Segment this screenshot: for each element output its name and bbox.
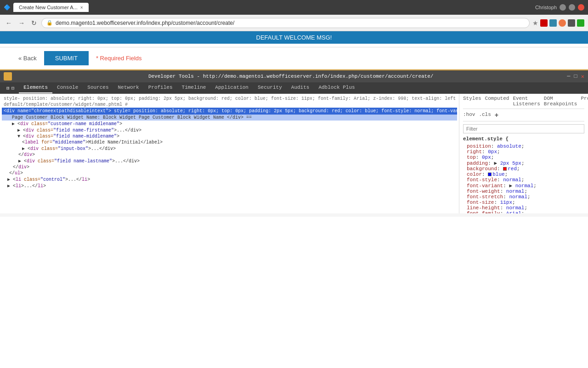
- tab-close-btn[interactable]: ×: [80, 5, 83, 10]
- devtools-minimize[interactable]: ─: [567, 73, 570, 80]
- style-position: position: absolute;: [467, 144, 584, 149]
- store-page: DEFAULT WELCOME MSG! Magento 👤 ACCOUNT 🛒…: [0, 31, 588, 217]
- styles-content: Styles Computed Event Listeners DOM Brea…: [459, 94, 588, 213]
- extension-icon-5: [577, 19, 584, 27]
- tab-title: Create New Customer A...: [19, 5, 78, 10]
- devtools-maximize[interactable]: □: [574, 73, 577, 80]
- styles-hover[interactable]: Styles: [463, 96, 481, 107]
- minimize-btn[interactable]: [560, 4, 566, 11]
- properties-tab[interactable]: Properties: [581, 96, 588, 107]
- styles-panel-header: Styles Computed Event Listeners DOM Brea…: [463, 96, 584, 109]
- style-right: right: 0px;: [467, 149, 584, 155]
- elem-tree-main[interactable]: ▶ <div class="customer-name middlename">: [7, 121, 457, 127]
- devtools-tab-audits[interactable]: Audits: [287, 82, 314, 93]
- form-actions: « Back SUBMIT * Required Fields: [0, 47, 588, 69]
- styles-filter-input[interactable]: [463, 124, 584, 133]
- elem-tree-end-middlename[interactable]: </div>: [17, 152, 457, 158]
- nav-bar: ← → ↻ 🔒 demo.magento1.webofficeserver.in…: [0, 15, 588, 31]
- user-name: Christoph: [535, 5, 557, 10]
- styles-selector: element.style {: [463, 136, 584, 142]
- elements-tree: style- position: absolute; right: 0px; t…: [0, 94, 459, 213]
- favicon: 🔷: [4, 4, 11, 11]
- devtools-close[interactable]: ✕: [581, 73, 584, 80]
- extension-icon-4: [568, 19, 575, 27]
- devtools-elements-panel: style- position: absolute; right: 0px; t…: [0, 94, 459, 213]
- elem-tree-input-middlename[interactable]: ▶ <div class="input-box">...</div>: [20, 145, 457, 152]
- title-bar: 🔷 Create New Customer A... × Christoph: [0, 0, 588, 15]
- devtools-tab-timeline[interactable]: Timeline: [177, 82, 211, 93]
- browser-chrome: 🔷 Create New Customer A... × Christoph ←…: [0, 0, 588, 31]
- styles-filter-bar: :hov .cls +: [463, 112, 584, 121]
- devtools-body: style- position: absolute; right: 0px; t…: [0, 94, 588, 213]
- extension-icon-2: [549, 19, 557, 27]
- elem-tree-control[interactable]: ▶ <li class="control">...</li>: [6, 176, 457, 183]
- star-icon[interactable]: ★: [532, 19, 538, 27]
- forward-nav-btn[interactable]: →: [17, 18, 27, 28]
- devtools-panel: Developer Tools - http://demo.magento1.w…: [0, 69, 588, 217]
- style-font-family: font-family: Arial;: [467, 211, 584, 213]
- style-top: top: 0px;: [467, 155, 584, 160]
- elem-tree-field-firstname[interactable]: ▶ <div class="field name-firstname">...<…: [7, 127, 457, 133]
- devtools-icon: [4, 72, 12, 80]
- lock-icon: 🔒: [46, 20, 53, 26]
- elem-tree-label-middlename[interactable]: <label for="middlename">Middle Name/Init…: [20, 139, 457, 145]
- style-line-height: line-height: normal;: [467, 205, 584, 211]
- window-controls: Christoph: [535, 4, 584, 11]
- style-font-stretch: font-stretch: normal;: [467, 194, 584, 200]
- devtools-window-controls: ─ □ ✕: [567, 73, 584, 80]
- style-font-style: font-style: normal;: [467, 177, 584, 183]
- devtools-tab-elements[interactable]: Elements: [19, 82, 52, 93]
- browser-toolbar-icons: ★: [532, 19, 584, 27]
- inactive-tab[interactable]: [91, 6, 102, 9]
- submit-button[interactable]: SUBMIT: [44, 51, 89, 65]
- event-listeners-tab[interactable]: Event Listeners: [513, 96, 540, 107]
- elem-tree-li2[interactable]: ▶ <li>...</li>: [6, 183, 457, 189]
- welcome-bar: DEFAULT WELCOME MSG!: [0, 31, 588, 44]
- devtools-dock-icon[interactable]: ⊞ ⊟: [2, 82, 19, 93]
- devtools-styles-panel: Styles Computed Event Listeners DOM Brea…: [459, 94, 588, 213]
- reload-btn[interactable]: ↻: [29, 18, 39, 28]
- cls-btn[interactable]: .cls: [479, 112, 491, 119]
- style-background: background: red;: [467, 166, 584, 172]
- add-style-btn[interactable]: +: [495, 112, 498, 119]
- address-bar[interactable]: 🔒 demo.magento1.webofficeserver.info/ind…: [41, 18, 530, 28]
- address-text: demo.magento1.webofficeserver.info/index…: [56, 20, 234, 26]
- devtools-tab-sources[interactable]: Sources: [83, 82, 113, 93]
- elem-line-selected[interactable]: <div name="chromeextpathdisableintext"> …: [2, 108, 457, 115]
- devtools-tab-network[interactable]: Network: [113, 82, 144, 93]
- style-color: color: blue;: [467, 172, 584, 177]
- required-fields-note: * Required Fields: [96, 55, 142, 62]
- devtools-tab-application[interactable]: Application: [210, 82, 253, 93]
- maximize-btn[interactable]: [569, 4, 575, 11]
- elem-tree-end-ul[interactable]: </ul>: [7, 170, 457, 176]
- devtools-titlebar: Developer Tools - http://demo.magento1.w…: [0, 70, 588, 82]
- hov-btn[interactable]: :hov: [463, 112, 475, 119]
- back-nav-btn[interactable]: ←: [4, 18, 14, 28]
- style-font-weight: font-weight: normal;: [467, 189, 584, 194]
- elem-line-2[interactable]: default/template/customer/widget/name.ph…: [2, 102, 457, 108]
- devtools-tab-security[interactable]: Security: [253, 82, 287, 93]
- devtools-tabs: ⊞ ⊟ Elements Console Sources Network Pro…: [0, 82, 588, 94]
- elem-tree-end-main[interactable]: </div>: [11, 164, 457, 170]
- elem-tree-field-middlename[interactable]: ▼ <div class="field name-middlename">: [7, 133, 457, 139]
- elem-line-1[interactable]: style- position: absolute; right: 0px; t…: [2, 96, 457, 102]
- elem-line-page[interactable]: Page Customer Block Widget Name: Block W…: [2, 115, 457, 121]
- extension-icon-1: [540, 19, 548, 27]
- devtools-tab-adblock[interactable]: Adblock Plus: [314, 82, 359, 93]
- style-padding: padding: ▶ 2px 5px;: [467, 160, 584, 166]
- devtools-title: Developer Tools - http://demo.magento1.w…: [148, 74, 434, 79]
- devtools-tab-profiles[interactable]: Profiles: [144, 82, 177, 93]
- title-bar-left: 🔷 Create New Customer A... ×: [4, 3, 102, 12]
- active-tab[interactable]: Create New Customer A... ×: [13, 3, 89, 12]
- close-btn[interactable]: [578, 4, 584, 11]
- elem-tree-field-lastname[interactable]: ▶ <div class="field name-lastname">...</…: [17, 158, 457, 164]
- dom-breakpoints-tab[interactable]: DOM Breakpoints: [544, 96, 577, 107]
- back-button[interactable]: « Back: [18, 55, 37, 62]
- devtools-tab-console[interactable]: Console: [52, 82, 83, 93]
- filter-input-row: [463, 124, 584, 133]
- computed-tab[interactable]: Computed: [485, 96, 509, 107]
- style-font-size: font-size: 11px;: [467, 200, 584, 205]
- style-font-variant: font-variant: ▶ normal;: [467, 183, 584, 189]
- welcome-message: DEFAULT WELCOME MSG!: [256, 34, 332, 41]
- extension-icon-3: [559, 19, 566, 27]
